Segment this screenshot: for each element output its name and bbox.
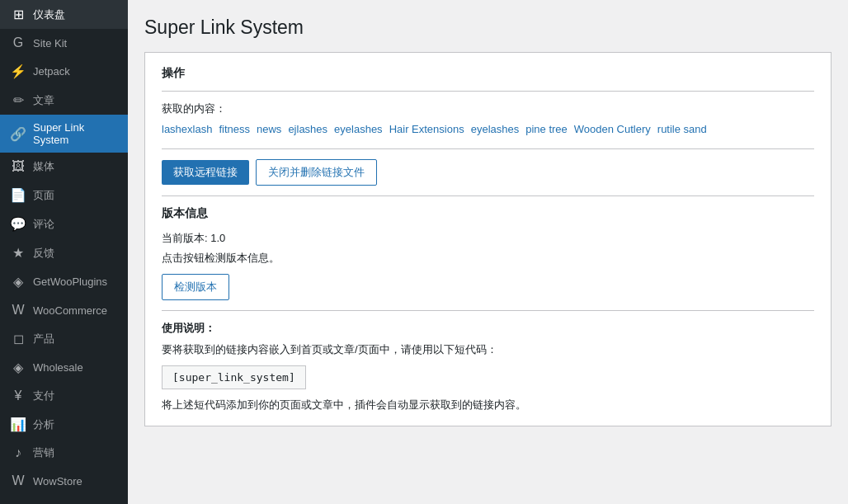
version-check-text: 点击按钮检测版本信息。 — [162, 251, 814, 266]
sidebar-item-dashboard[interactable]: ⊞仪表盘 — [0, 0, 128, 29]
divider-1 — [162, 91, 814, 92]
operations-title: 操作 — [162, 66, 814, 81]
version-info: 版本信息 当前版本: 1.0 点击按钮检测版本信息。 检测版本 — [162, 206, 814, 300]
sidebar-item-feedback[interactable]: ★反馈 — [0, 238, 128, 267]
sidebar-item-label-jetpack: Jetpack — [33, 65, 118, 78]
usage-title: 使用说明： — [162, 321, 814, 336]
link-item-2[interactable]: news — [257, 123, 281, 135]
pages-icon: 📄 — [10, 187, 26, 203]
link-item-6[interactable]: eyelashes — [471, 123, 520, 135]
sidebar-item-media[interactable]: 🖼媒体 — [0, 153, 128, 181]
sitekit-icon: G — [10, 35, 26, 50]
marketing-icon: ♪ — [10, 445, 26, 460]
fetch-button[interactable]: 获取远程链接 — [162, 160, 249, 185]
close-button[interactable]: 关闭并删除链接文件 — [256, 159, 377, 186]
sidebar-item-label-dashboard: 仪表盘 — [33, 7, 118, 22]
fetched-label: 获取的内容： — [162, 101, 814, 116]
sidebar-item-woocommerce[interactable]: WWooCommerce — [0, 296, 128, 324]
link-item-9[interactable]: rutile sand — [657, 123, 707, 135]
link-list: lashexlash fitness news ejlashes eyelash… — [162, 123, 814, 135]
shortcode: [super_link_system] — [162, 365, 306, 389]
pay-icon: ¥ — [10, 389, 26, 403]
version-title: 版本信息 — [162, 206, 814, 221]
sidebar-item-analytics[interactable]: 📊分析 — [0, 410, 128, 439]
sidebar-item-pages[interactable]: 📄页面 — [0, 181, 128, 210]
link-item-1[interactable]: fitness — [219, 123, 250, 135]
link-item-0[interactable]: lashexlash — [162, 123, 212, 135]
sidebar-item-super-link-system[interactable]: 🔗Super Link System — [0, 115, 128, 153]
link-item-7[interactable]: pine tree — [525, 123, 568, 135]
sidebar-item-comments[interactable]: 💬评论 — [0, 210, 128, 238]
link-item-5[interactable]: Hair Extensions — [389, 123, 464, 135]
link-item-3[interactable]: ejlashes — [288, 123, 327, 135]
current-version: 当前版本: 1.0 — [162, 231, 814, 246]
divider-4 — [162, 310, 814, 311]
media-icon: 🖼 — [10, 159, 26, 174]
analytics-icon: 📊 — [10, 417, 26, 432]
sidebar-item-label-products: 产品 — [33, 332, 118, 346]
operations-card: 操作 获取的内容： lashexlash fitness news ejlash… — [144, 52, 832, 426]
sidebar-item-label-getwooplugins: GetWooPlugins — [33, 276, 118, 288]
wowstore-icon: W — [10, 473, 26, 488]
sidebar-item-posts[interactable]: ✏文章 — [0, 86, 128, 115]
woocommerce-icon: W — [10, 303, 26, 318]
usage-footer: 将上述短代码添加到你的页面或文章中，插件会自动显示获取到的链接内容。 — [162, 398, 814, 412]
sidebar-item-label-marketing: 营销 — [33, 445, 118, 460]
sidebar-item-label-pay: 支付 — [33, 389, 118, 403]
sidebar-item-pay[interactable]: ¥支付 — [0, 382, 128, 410]
sidebar-item-products[interactable]: ◻产品 — [0, 324, 128, 353]
jetpack-icon: ⚡ — [10, 64, 26, 79]
sidebar-item-label-media: 媒体 — [33, 159, 118, 174]
products-icon: ◻ — [10, 331, 26, 346]
sidebar-item-label-analytics: 分析 — [33, 417, 118, 432]
divider-3 — [162, 195, 814, 196]
getwooplugins-icon: ◈ — [10, 274, 26, 290]
sidebar-item-label-comments: 评论 — [33, 217, 118, 232]
sidebar-item-sitekit[interactable]: GSite Kit — [0, 29, 128, 57]
sidebar-item-label-feedback: 反馈 — [33, 246, 118, 261]
link-item-4[interactable]: eyelashes — [334, 123, 383, 135]
link-item-8[interactable]: Wooden Cutlery — [574, 123, 651, 135]
sidebar-item-wholesale[interactable]: ◈Wholesale — [0, 353, 128, 382]
usage-description: 要将获取到的链接内容嵌入到首页或文章/页面中，请使用以下短代码： — [162, 342, 814, 357]
action-buttons: 获取远程链接 关闭并删除链接文件 — [162, 159, 814, 186]
sidebar-item-label-posts: 文章 — [33, 93, 118, 108]
sidebar-item-marketing[interactable]: ♪营销 — [0, 439, 128, 467]
sidebar-item-label-super-link-system: Super Link System — [33, 121, 118, 146]
page-title: Super Link System — [144, 16, 832, 39]
sidebar-item-label-wowstore: WowStore — [33, 475, 118, 488]
divider-2 — [162, 148, 814, 149]
super-link-system-icon: 🔗 — [10, 126, 26, 142]
comments-icon: 💬 — [10, 216, 26, 232]
sidebar: ⊞仪表盘GSite Kit⚡Jetpack✏文章🔗Super Link Syst… — [0, 0, 128, 504]
sidebar-item-label-wholesale: Wholesale — [33, 361, 118, 374]
usage-section: 使用说明： 要将获取到的链接内容嵌入到首页或文章/页面中，请使用以下短代码： [… — [162, 321, 814, 412]
sidebar-item-label-sitekit: Site Kit — [33, 37, 118, 49]
feedback-icon: ★ — [10, 245, 26, 261]
check-version-button[interactable]: 检测版本 — [162, 274, 229, 300]
dashboard-icon: ⊞ — [10, 7, 26, 22]
sidebar-item-jetpack[interactable]: ⚡Jetpack — [0, 57, 128, 86]
main-content: Super Link System 操作 获取的内容： lashexlash f… — [128, 0, 848, 504]
sidebar-item-label-woocommerce: WooCommerce — [33, 304, 118, 317]
sidebar-item-getwooplugins[interactable]: ◈GetWooPlugins — [0, 267, 128, 296]
posts-icon: ✏ — [10, 92, 26, 108]
wholesale-icon: ◈ — [10, 360, 26, 375]
sidebar-item-wowstore[interactable]: WWowStore — [0, 467, 128, 495]
sidebar-item-label-pages: 页面 — [33, 188, 118, 203]
sidebar-nav: ⊞仪表盘GSite Kit⚡Jetpack✏文章🔗Super Link Syst… — [0, 0, 128, 495]
